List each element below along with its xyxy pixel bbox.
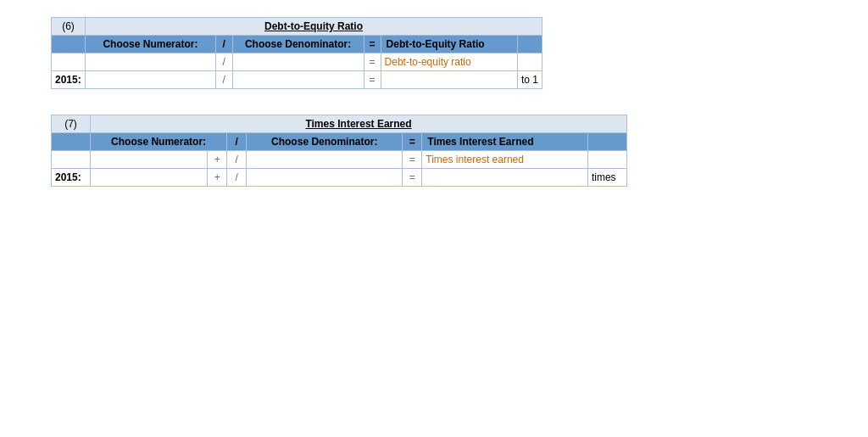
section-7-header-denominator: Choose Denominator: [247, 133, 403, 151]
section-6-2015-row: 2015: / = to 1 [52, 71, 542, 89]
section-7-data-row1: + / = Times interest earned [52, 151, 627, 169]
section-7-2015-equals: = [403, 169, 422, 187]
section-7-2015-plus: + [208, 169, 227, 187]
section-6-2015-numerator-input[interactable] [89, 73, 212, 87]
section-7-header-blank [587, 133, 626, 151]
section-7-row1-result-label: Times interest earned [422, 151, 588, 169]
section-7-row1-plus: + [208, 151, 227, 169]
section-6-header-equals: = [364, 36, 381, 53]
section-7-row1-divider: / [227, 151, 247, 169]
section-7-2015-denom-input[interactable] [250, 171, 398, 184]
section-6-numerator-input[interactable] [89, 55, 212, 69]
section-6-header-divider: / [215, 36, 232, 53]
section-7-header-empty [52, 133, 91, 151]
section-6-number: (6) [52, 18, 86, 36]
section-7-row1-empty [52, 151, 91, 169]
section-6-2015-denominator-input[interactable] [236, 73, 360, 87]
section-6-2015-denominator-cell[interactable] [232, 71, 364, 89]
section-7-header-divider: / [227, 133, 247, 151]
section-6-table: (6) Debt-to-Equity Ratio Choose Numerato… [51, 17, 542, 89]
section-7-header-result: Times Interest Earned [422, 133, 588, 151]
section-7-2015-row: 2015: + / = times [52, 169, 627, 187]
section-7-2015-denom-cell[interactable] [247, 169, 403, 187]
section-7-header-row: Choose Numerator: / Choose Denominator: … [52, 133, 627, 151]
section-6-header-result: Debt-to-Equity Ratio [381, 36, 517, 53]
section-6-2015-numerator-cell[interactable] [85, 71, 215, 89]
section-7-header-numerator: Choose Numerator: [91, 133, 227, 151]
section-6-row1-empty [52, 53, 86, 71]
section-6-title-row: (6) Debt-to-Equity Ratio [52, 18, 542, 36]
section-6-numerator-input-cell[interactable] [85, 53, 215, 71]
section-6-header-blank [517, 36, 542, 53]
section-7-2015-num1-cell[interactable] [91, 169, 208, 187]
section-6-header-denominator: Choose Denominator: [232, 36, 364, 53]
section-7-header-equals: = [403, 133, 422, 151]
section-7-row1-blank [587, 151, 626, 169]
section-7-title-row: (7) Times Interest Earned [52, 115, 627, 133]
section-6-header-empty [52, 36, 86, 53]
page-container: (6) Debt-to-Equity Ratio Choose Numerato… [0, 0, 868, 437]
section-7-row1-num1-cell[interactable] [91, 151, 208, 169]
section-7-table: (7) Times Interest Earned Choose Numerat… [51, 115, 627, 187]
section-6-header-row: Choose Numerator: / Choose Denominator: … [52, 36, 542, 53]
section-6-row1-result-label: Debt-to-equity ratio [381, 53, 517, 71]
section-6-2015-equals: = [364, 71, 381, 89]
section-7-2015-result-value [422, 169, 588, 187]
section-6-2015-result-value [381, 71, 517, 89]
section-7-number: (7) [52, 115, 91, 133]
section-7-row1-equals: = [403, 151, 422, 169]
section-6-row1-equals: = [364, 53, 381, 71]
section-6-year-label: 2015: [52, 71, 86, 89]
section-6-denominator-input[interactable] [236, 55, 360, 69]
section-7-row1-num1-input[interactable] [94, 153, 203, 166]
section-7: (7) Times Interest Earned Choose Numerat… [51, 115, 817, 187]
section-7-row1-denom-input[interactable] [250, 153, 398, 166]
section-6-2015-divider: / [215, 71, 232, 89]
section-7-2015-num1-input[interactable] [94, 171, 203, 184]
section-7-title: Times Interest Earned [91, 115, 627, 133]
section-7-year-label: 2015: [52, 169, 91, 187]
section-6-data-row1: / = Debt-to-equity ratio [52, 53, 542, 71]
section-6-title: Debt-to-Equity Ratio [85, 18, 542, 36]
section-6: (6) Debt-to-Equity Ratio Choose Numerato… [51, 17, 817, 89]
section-6-2015-suffix: to 1 [517, 71, 542, 89]
section-6-denominator-input-cell[interactable] [232, 53, 364, 71]
section-7-2015-divider: / [227, 169, 247, 187]
section-6-row1-blank [517, 53, 542, 71]
section-7-row1-denom-cell[interactable] [247, 151, 403, 169]
section-6-header-numerator: Choose Numerator: [85, 36, 215, 53]
section-7-2015-suffix: times [587, 169, 626, 187]
section-6-row1-divider: / [215, 53, 232, 71]
